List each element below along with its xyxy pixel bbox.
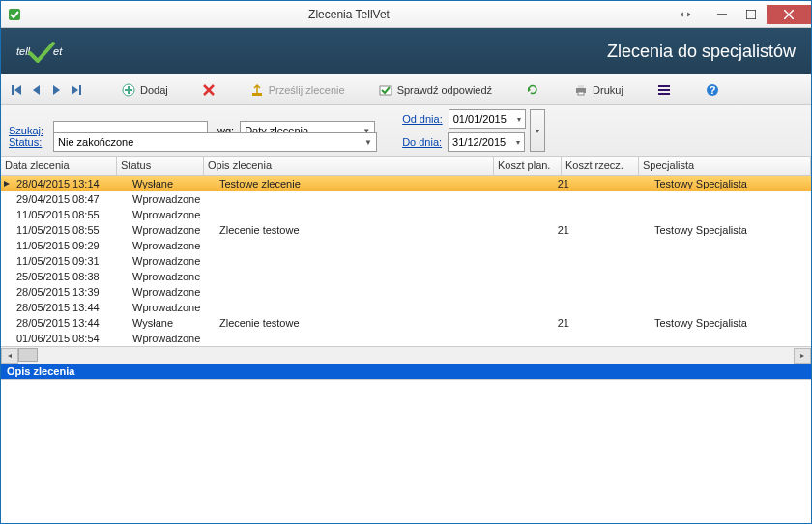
send-button[interactable]: Prześlij zlecenie <box>244 80 351 100</box>
upload-icon <box>249 82 265 98</box>
svg-marker-9 <box>72 85 78 95</box>
cell-koszt-rzecz <box>573 198 651 200</box>
cell-koszt-plan <box>506 198 573 200</box>
logo: tellet <box>16 40 62 63</box>
plus-icon <box>121 82 136 98</box>
cell-date: 29/04/2015 08:47 <box>13 192 129 206</box>
table-row[interactable]: 11/05/2015 09:31Wprowadzone <box>1 253 811 269</box>
cell-koszt-rzecz <box>573 306 651 308</box>
app-icon <box>7 7 22 22</box>
table-row[interactable]: 29/04/2015 08:47Wprowadzone <box>1 191 811 207</box>
help-button[interactable]: ? <box>699 80 726 100</box>
header-subtitle: Zlecenia do specjalistów <box>607 42 796 62</box>
check-icon <box>378 82 393 98</box>
col-koszt-rzecz[interactable]: Koszt rzecz. <box>562 157 639 175</box>
cell-status: Wprowadzone <box>129 285 216 299</box>
from-date-label[interactable]: Od dnia: <box>402 113 443 125</box>
table-row[interactable]: 11/05/2015 08:55Wprowadzone <box>1 207 811 222</box>
col-koszt-plan[interactable]: Koszt plan. <box>494 157 562 175</box>
window-controls <box>670 5 811 24</box>
detail-pane <box>1 379 811 497</box>
title-bar: Zlecenia TellVet <box>1 1 811 28</box>
nav-first-button[interactable] <box>9 81 26 99</box>
cell-date: 11/05/2015 09:29 <box>13 239 129 252</box>
cell-status: Wprowadzone <box>129 254 216 268</box>
cell-koszt-plan <box>506 276 573 277</box>
nav-prev-button[interactable] <box>28 81 45 99</box>
cell-koszt-rzecz <box>573 276 651 277</box>
svg-text:?: ? <box>710 84 716 96</box>
cell-specjalista <box>651 276 796 277</box>
svg-marker-27 <box>4 181 10 187</box>
close-button[interactable] <box>767 5 811 24</box>
status-label[interactable]: Status: <box>9 136 47 148</box>
table-row[interactable]: 28/04/2015 13:14WysłaneTestowe zlecenie2… <box>1 176 811 191</box>
delete-icon <box>201 82 217 98</box>
table-row[interactable]: 11/05/2015 09:29Wprowadzone <box>1 238 811 253</box>
delete-button[interactable] <box>195 80 222 100</box>
svg-rect-2 <box>746 10 756 19</box>
cell-koszt-plan <box>506 214 573 216</box>
cell-koszt-plan <box>506 291 573 293</box>
cell-date: 01/06/2015 08:54 <box>13 332 129 345</box>
cell-desc <box>216 198 506 200</box>
cell-date: 28/05/2015 13:44 <box>13 301 129 314</box>
scroll-right-button[interactable]: ▸ <box>794 348 811 364</box>
nav-last-button[interactable] <box>67 81 84 99</box>
maximize-button[interactable] <box>738 5 765 24</box>
cell-desc <box>216 337 506 339</box>
chevron-down-icon: ▾ <box>517 115 521 124</box>
table-header: Data zlecenia Status Opis zlecenia Koszt… <box>1 157 811 176</box>
cell-koszt-rzecz <box>573 229 651 231</box>
status-combo[interactable]: Nie zakończone ▼ <box>53 132 377 152</box>
cell-date: 25/05/2015 08:38 <box>13 270 129 283</box>
table-row[interactable]: 28/05/2015 13:39Wprowadzone <box>1 284 811 300</box>
cell-date: 28/05/2015 13:39 <box>13 285 129 299</box>
cell-koszt-plan <box>506 337 573 339</box>
check-button[interactable]: Sprawdź odpowiedź <box>372 80 498 100</box>
row-marker <box>1 180 13 188</box>
add-button[interactable]: Dodaj <box>115 80 174 100</box>
svg-marker-6 <box>14 85 21 95</box>
cell-status: Wysłane <box>129 177 216 190</box>
table-row[interactable]: 25/05/2015 08:38Wprowadzone <box>1 269 811 284</box>
col-date[interactable]: Data zlecenia <box>1 157 117 175</box>
menu-button[interactable] <box>651 80 678 100</box>
svg-rect-0 <box>9 9 20 20</box>
col-status[interactable]: Status <box>117 157 204 175</box>
refresh-button[interactable] <box>519 80 546 100</box>
from-date-picker[interactable]: 01/01/2015 ▾ <box>449 109 526 129</box>
table-row[interactable]: 28/05/2015 13:44WysłaneZlecenie testowe2… <box>1 315 811 331</box>
table-row[interactable]: 11/05/2015 08:55WprowadzoneZlecenie test… <box>1 222 811 238</box>
col-desc[interactable]: Opis zlecenia <box>204 157 494 175</box>
cell-desc <box>216 291 506 293</box>
scroll-track[interactable] <box>18 348 794 364</box>
window-title: Zlecenia TellVet <box>28 8 670 21</box>
cell-status: Wprowadzone <box>129 332 216 345</box>
cell-koszt-rzecz <box>573 337 651 339</box>
col-specjalista[interactable]: Specjalista <box>639 157 811 175</box>
table-row[interactable]: 01/06/2015 08:54Wprowadzone <box>1 331 811 346</box>
brand-header: tellet Zlecenia do specjalistów <box>1 28 811 74</box>
nav-next-button[interactable] <box>47 81 65 99</box>
scroll-left-button[interactable]: ◂ <box>1 348 18 364</box>
cell-status: Wprowadzone <box>129 223 216 237</box>
minimize-button[interactable] <box>709 5 736 24</box>
print-button[interactable]: Drukuj <box>567 80 629 100</box>
menu-icon <box>656 82 672 98</box>
cell-specjalista <box>651 337 796 339</box>
table-row[interactable]: 28/05/2015 13:44Wprowadzone <box>1 300 811 315</box>
cell-specjalista <box>651 306 796 308</box>
cell-koszt-rzecz <box>573 322 651 324</box>
nav-group <box>9 81 84 99</box>
scroll-thumb[interactable] <box>18 348 38 362</box>
resize-button[interactable] <box>672 5 699 24</box>
add-label: Dodaj <box>140 84 168 96</box>
cell-koszt-plan: 21 <box>506 177 573 190</box>
horizontal-scrollbar[interactable]: ◂ ▸ <box>1 346 811 364</box>
refresh-icon <box>525 82 540 98</box>
svg-rect-16 <box>252 93 262 96</box>
cell-desc <box>216 214 506 216</box>
cell-koszt-rzecz <box>573 214 651 216</box>
chevron-down-icon: ▼ <box>364 138 372 147</box>
